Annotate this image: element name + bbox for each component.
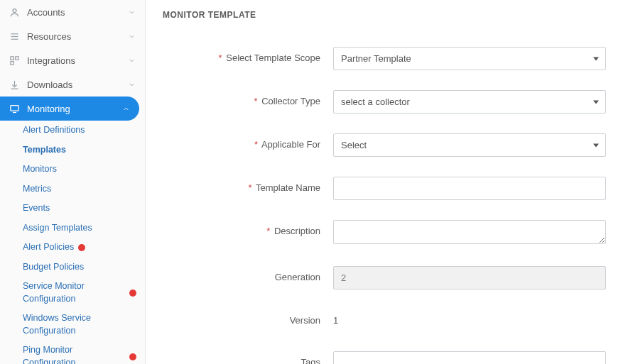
- label-text: Generation: [275, 272, 320, 282]
- subnav-budget-policies[interactable]: Budget Policies: [0, 258, 145, 277]
- label-text: Tags: [301, 357, 320, 364]
- label-text: Applicable For: [261, 139, 320, 150]
- subnav-events[interactable]: Events: [0, 199, 145, 219]
- label-template-scope: * Select Template Scope: [163, 47, 333, 63]
- chevron-down-icon: [128, 56, 136, 65]
- label-version: Version: [163, 309, 333, 326]
- monitoring-subnav: Alert Definitions Templates Monitors Met…: [0, 121, 145, 364]
- chevron-down-icon: [128, 80, 136, 89]
- alert-badge-icon: [129, 289, 136, 297]
- sidebar-label: Downloads: [27, 79, 128, 90]
- list-icon: [9, 31, 20, 42]
- subnav-ping-monitor-config[interactable]: Ping Monitor Configuration: [0, 341, 145, 364]
- value-version: 1: [333, 309, 606, 331]
- sidebar-label: Resources: [27, 31, 128, 42]
- label-text: Collector Type: [261, 96, 320, 106]
- subnav-label: Events: [23, 202, 50, 215]
- integrations-icon: [9, 55, 20, 66]
- subnav-metrics[interactable]: Metrics: [0, 180, 145, 199]
- label-text: Template Name: [256, 182, 320, 193]
- sidebar-item-monitoring[interactable]: Monitoring: [0, 96, 139, 121]
- label-template-name: * Template Name: [163, 177, 333, 193]
- input-generation: [333, 266, 606, 289]
- select-applicable-for[interactable]: Select: [333, 133, 606, 157]
- subnav-alert-definitions[interactable]: Alert Definitions: [0, 121, 145, 140]
- subnav-windows-service-config[interactable]: Windows Service Configuration: [0, 309, 145, 341]
- row-template-name: * Template Name: [163, 177, 606, 200]
- row-version: Version 1: [163, 309, 606, 331]
- label-tags: Tags: [163, 351, 333, 364]
- subnav-templates[interactable]: Templates: [0, 140, 145, 160]
- sidebar: Accounts Resources Integrations Download…: [0, 0, 146, 364]
- subnav-label: Alert Definitions: [23, 124, 85, 137]
- subnav-label: Budget Policies: [23, 261, 84, 274]
- input-template-name[interactable]: [333, 177, 606, 200]
- chevron-down-icon: [128, 8, 136, 16]
- svg-rect-5: [15, 56, 18, 59]
- row-generation: Generation: [163, 266, 606, 289]
- label-applicable-for: * Applicable For: [163, 133, 333, 150]
- subnav-label: Metrics: [23, 183, 51, 196]
- sidebar-label: Integrations: [27, 55, 128, 66]
- alert-badge-icon: [78, 244, 85, 251]
- select-collector-type[interactable]: select a collector: [333, 90, 606, 114]
- sidebar-item-downloads[interactable]: Downloads: [0, 72, 145, 96]
- svg-rect-8: [10, 105, 18, 111]
- label-text: Select Template Scope: [226, 53, 320, 63]
- subnav-service-monitor-config[interactable]: Service Monitor Configuration: [0, 277, 145, 309]
- label-generation: Generation: [163, 266, 333, 282]
- svg-point-0: [13, 9, 16, 12]
- subnav-monitors[interactable]: Monitors: [0, 160, 145, 180]
- sidebar-item-accounts[interactable]: Accounts: [0, 0, 145, 24]
- user-icon: [9, 6, 20, 18]
- subnav-label: Service Monitor Configuration: [23, 280, 125, 305]
- row-description: * Description: [163, 220, 606, 246]
- subnav-label: Windows Service Configuration: [23, 312, 136, 337]
- subnav-label: Monitors: [23, 163, 57, 176]
- monitor-icon: [9, 103, 20, 114]
- select-template-scope[interactable]: Partner Template: [333, 47, 606, 70]
- alert-badge-icon: [129, 353, 136, 360]
- row-applicable-for: * Applicable For Select: [163, 133, 606, 157]
- subnav-label: Alert Policies: [23, 241, 74, 254]
- subnav-alert-policies[interactable]: Alert Policies: [0, 238, 145, 258]
- page-title: MONITOR TEMPLATE: [163, 10, 606, 20]
- label-description: * Description: [163, 220, 333, 236]
- svg-rect-6: [10, 61, 13, 64]
- subnav-label: Templates: [23, 144, 66, 157]
- subnav-label: Ping Monitor Configuration: [23, 344, 125, 364]
- label-text: Version: [290, 315, 320, 326]
- chevron-up-icon: [122, 104, 131, 113]
- subnav-assign-templates[interactable]: Assign Templates: [0, 219, 145, 238]
- label-collector-type: * Collector Type: [163, 90, 333, 106]
- subnav-label: Assign Templates: [23, 222, 92, 235]
- textarea-description[interactable]: [333, 220, 606, 244]
- row-template-scope: * Select Template Scope Partner Template: [163, 47, 606, 70]
- textarea-tags[interactable]: [333, 351, 606, 364]
- sidebar-item-resources[interactable]: Resources: [0, 24, 145, 48]
- label-text: Description: [274, 226, 320, 236]
- chevron-down-icon: [128, 32, 136, 40]
- row-tags: Tags: [163, 351, 606, 364]
- row-collector-type: * Collector Type select a collector: [163, 90, 606, 114]
- sidebar-item-integrations[interactable]: Integrations: [0, 48, 145, 72]
- download-icon: [9, 79, 20, 90]
- sidebar-label: Monitoring: [27, 104, 122, 114]
- svg-rect-4: [10, 56, 13, 59]
- main-content: MONITOR TEMPLATE * Select Template Scope…: [146, 0, 623, 364]
- sidebar-label: Accounts: [27, 7, 128, 18]
